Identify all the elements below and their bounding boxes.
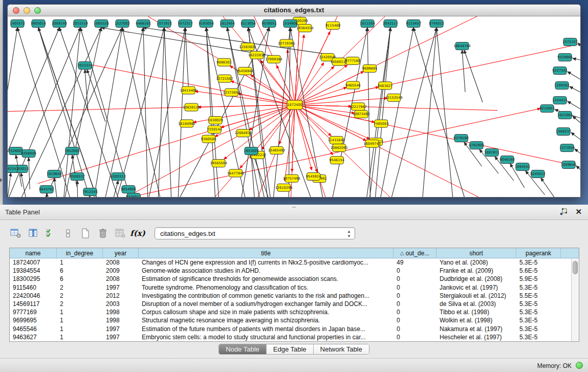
network-node[interactable]: 8643782: [39, 186, 54, 193]
table-cell[interactable]: 1998: [103, 316, 139, 324]
table-cell[interactable]: 5.5E-5: [516, 292, 561, 300]
table-cell[interactable]: Changes of HCN gene expression and I(f) …: [139, 258, 394, 267]
table-row[interactable]: 1872400712008Changes of HCN gene express…: [10, 258, 579, 267]
table-cell[interactable]: 0: [394, 300, 437, 308]
table-cell[interactable]: Investigating the contribution of common…: [139, 292, 394, 300]
network-node[interactable]: 16222838: [248, 51, 266, 59]
table-cell[interactable]: Wolkin et al. (1998): [437, 316, 516, 324]
network-node[interactable]: 9379190: [453, 135, 468, 142]
network-window[interactable]: citations_edges.txt 18300295193845549115…: [7, 4, 581, 198]
window-titlebar[interactable]: citations_edges.txt: [8, 5, 580, 16]
column-header-year[interactable]: year: [103, 248, 139, 258]
network-node[interactable]: 1569237: [556, 128, 571, 136]
network-node[interactable]: 1244415: [552, 97, 567, 104]
network-node[interactable]: 12084936: [235, 129, 252, 137]
network-node[interactable]: 18184985: [178, 120, 195, 127]
table-cell[interactable]: Disruption of a novel member of a sodium…: [139, 300, 394, 308]
table-cell[interactable]: 0: [394, 283, 437, 292]
network-node[interactable]: 7485083: [374, 120, 388, 127]
table-cell[interactable]: 6: [57, 267, 103, 275]
close-button[interactable]: [13, 7, 19, 14]
network-node[interactable]: 9360580: [201, 135, 216, 143]
network-node[interactable]: 1065328: [94, 20, 108, 28]
network-node[interactable]: 9886301: [216, 58, 231, 66]
network-node[interactable]: 16648784: [453, 42, 471, 50]
table-cell[interactable]: 0: [394, 267, 437, 275]
network-node[interactable]: 9508537: [70, 173, 84, 181]
table-cell[interactable]: 18724007: [10, 258, 57, 267]
network-node[interactable]: 16049743: [363, 140, 381, 147]
table-cell[interactable]: Tibbo et al. (1998): [437, 308, 516, 316]
network-node[interactable]: 1405572: [10, 20, 25, 28]
table-row[interactable]: 1830029562008Estimation of significance …: [10, 275, 579, 283]
table-row[interactable]: 1938455462009Genome-wide association stu…: [10, 267, 579, 275]
table-cell[interactable]: 18300295: [10, 275, 57, 283]
table-cell[interactable]: 5.3E-5: [516, 258, 561, 267]
zoom-button[interactable]: [34, 7, 41, 14]
table-cell[interactable]: Tourette syndrome. Phenomenology and cla…: [139, 283, 394, 292]
tab-network-table[interactable]: Network Table: [314, 344, 369, 354]
close-panel-icon[interactable]: ✕: [575, 208, 582, 216]
table-cell[interactable]: 5.3E-5: [516, 308, 561, 316]
table-cell[interactable]: 0: [394, 292, 437, 300]
column-header-short[interactable]: short: [437, 248, 516, 258]
table-selector[interactable]: citations_edges.txt ▲▼: [155, 227, 355, 239]
network-node[interactable]: 2089140: [52, 20, 67, 28]
network-node[interactable]: 9054906: [121, 186, 136, 193]
network-node[interactable]: 1094542: [515, 163, 530, 171]
table-cell[interactable]: 1: [57, 258, 103, 267]
network-node[interactable]: 12372654: [223, 89, 241, 96]
table-cell[interactable]: 2008: [103, 275, 139, 283]
network-node[interactable]: 2042117: [383, 20, 398, 28]
network-node[interactable]: 1071913: [157, 20, 171, 28]
table-row[interactable]: 946554611997Estimation of the future num…: [10, 325, 579, 333]
table-row[interactable]: 1456911722003Disruption of a novel membe…: [10, 300, 579, 308]
network-node[interactable]: 6791900: [469, 142, 484, 149]
network-node[interactable]: 17999364: [265, 55, 282, 63]
column-header-in_degree[interactable]: in_degree: [57, 248, 103, 258]
network-node[interactable]: 19565504: [210, 160, 227, 167]
table-cell[interactable]: 0: [394, 316, 437, 324]
select-all-columns-button[interactable]: [43, 226, 58, 240]
network-node[interactable]: 8745012: [429, 20, 444, 28]
table-cell[interactable]: 1997: [103, 283, 139, 292]
table-cell[interactable]: de Silva et al. (2003): [437, 300, 516, 308]
table-cell[interactable]: 2008: [103, 258, 139, 267]
table-row[interactable]: 946362711997Embryonic stem cells: a mode…: [10, 333, 579, 341]
network-node[interactable]: 10757496: [283, 174, 300, 182]
network-node[interactable]: 8245012: [530, 170, 545, 178]
table-cell[interactable]: 0: [394, 275, 437, 283]
network-node[interactable]: 6466161: [136, 20, 150, 28]
column-header-pagerank[interactable]: pagerank: [516, 248, 561, 258]
network-node[interactable]: 10973493: [353, 111, 370, 118]
network-node[interactable]: 9463627: [378, 82, 393, 90]
network-node[interactable]: 10862093: [331, 144, 348, 151]
network-node[interactable]: 9215953: [539, 105, 554, 113]
network-node[interactable]: 9227342: [552, 67, 567, 75]
network-node[interactable]: 11583621: [239, 43, 256, 51]
network-node[interactable]: 12721502: [216, 75, 233, 82]
tab-edge-table[interactable]: Edge Table: [267, 344, 314, 354]
table-cell[interactable]: Hescheler et al. (1997): [437, 333, 516, 341]
network-node[interactable]: 9245012: [126, 193, 141, 198]
network-node[interactable]: 1830029: [208, 117, 223, 124]
table-cell[interactable]: 2003: [103, 300, 139, 308]
table-row[interactable]: 2242004622012Investigating the contribut…: [10, 292, 579, 300]
network-node[interactable]: 1575107: [562, 38, 577, 46]
network-node[interactable]: 9777169: [345, 57, 360, 64]
table-cell[interactable]: Estimation of the future numbers of pati…: [139, 325, 394, 333]
table-cell[interactable]: 2012: [103, 292, 139, 300]
table-cell[interactable]: 1: [57, 333, 103, 341]
table-cell[interactable]: Genome-wide association studies in ADHD.: [139, 267, 394, 275]
table-row[interactable]: 977716911998Corpus callosum shape and si…: [10, 308, 579, 316]
network-node[interactable]: 1621064: [557, 112, 572, 119]
column-header-title[interactable]: title: [139, 248, 394, 258]
table-cell[interactable]: 1: [57, 308, 103, 316]
network-node[interactable]: 9288949: [21, 150, 36, 158]
network-node[interactable]: 10719365: [278, 39, 295, 47]
table-cell[interactable]: Stergiakouli et al. (2012): [437, 292, 516, 300]
minimize-button[interactable]: [24, 7, 30, 14]
table-cell[interactable]: 5.3E-5: [516, 316, 561, 324]
table-cell[interactable]: Dudbridge et al. (2008): [437, 275, 516, 283]
column-header-out_de[interactable]: △out_de...: [394, 248, 437, 258]
